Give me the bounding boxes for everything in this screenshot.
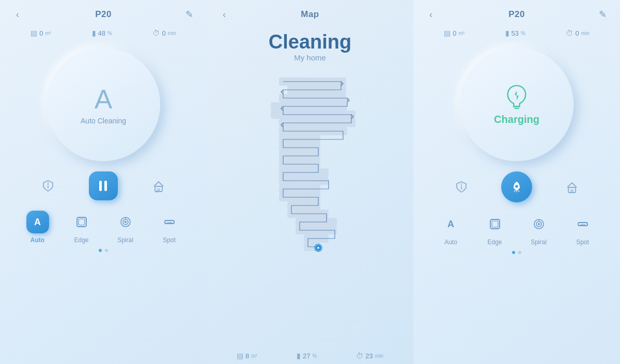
right-auto-icon-wrap: A bbox=[440, 213, 462, 235]
svg-point-36 bbox=[317, 247, 319, 249]
left-home-button[interactable] bbox=[144, 171, 173, 200]
svg-rect-45 bbox=[492, 221, 498, 227]
left-mode-row: A Auto Edge Spiral bbox=[10, 211, 196, 244]
left-time-unit: min bbox=[168, 30, 176, 36]
left-back-button[interactable]: ‹ bbox=[10, 7, 25, 22]
right-spiral-icon-wrap bbox=[528, 213, 550, 235]
right-edit-button[interactable]: ✎ bbox=[595, 7, 610, 22]
right-timer-icon: ⏱ bbox=[566, 29, 573, 37]
right-area-icon: ▤ bbox=[444, 29, 451, 37]
rocket-icon bbox=[509, 180, 524, 194]
center-bottom-stats: ▤ 8 m² ▮ 27 % ⏱ 23 min bbox=[217, 345, 403, 364]
spot-icon bbox=[163, 216, 176, 228]
right-home-button[interactable] bbox=[557, 172, 586, 201]
right-spiral-icon bbox=[533, 218, 545, 230]
right-battery-value: 53 bbox=[512, 29, 519, 37]
right-battery-stat: ▮ 53 % bbox=[505, 29, 525, 37]
right-mode-auto[interactable]: A Auto bbox=[440, 213, 462, 246]
center-time-value: 23 bbox=[365, 352, 373, 360]
center-timer-icon: ⏱ bbox=[356, 352, 363, 360]
svg-rect-11 bbox=[167, 222, 172, 224]
left-mode-auto[interactable]: A Auto bbox=[26, 211, 49, 244]
left-mode-spot[interactable]: Spot bbox=[158, 211, 181, 244]
right-shield-button[interactable] bbox=[447, 172, 476, 201]
charging-icon-wrap: Charging bbox=[494, 84, 539, 125]
right-spiral-label: Spiral bbox=[531, 239, 547, 246]
center-time-unit: min bbox=[375, 353, 383, 359]
center-status: Cleaning bbox=[269, 31, 351, 53]
right-top-nav: ‹ P20 ✎ bbox=[424, 0, 610, 26]
charging-label: Charging bbox=[494, 114, 539, 125]
right-dots bbox=[512, 251, 521, 254]
right-time-unit: min bbox=[581, 30, 590, 36]
center-back-button[interactable]: ‹ bbox=[217, 7, 231, 22]
svg-point-41 bbox=[515, 185, 518, 188]
right-back-button[interactable]: ‹ bbox=[424, 7, 438, 22]
right-mode-edge[interactable]: Edge bbox=[484, 213, 506, 246]
right-main-circle[interactable]: Charging bbox=[460, 48, 574, 161]
right-battery-icon: ▮ bbox=[505, 29, 509, 37]
right-edge-label: Edge bbox=[487, 239, 502, 246]
charging-icon bbox=[504, 83, 530, 110]
edge-icon bbox=[75, 216, 88, 228]
center-area-icon: ▤ bbox=[237, 352, 243, 360]
right-edge-icon bbox=[489, 218, 501, 230]
center-battery-stat: ▮ 27 % bbox=[297, 352, 317, 360]
shield-icon bbox=[41, 179, 55, 193]
right-rocket-button[interactable] bbox=[501, 171, 532, 202]
left-shield-button[interactable] bbox=[34, 171, 63, 200]
left-pause-button[interactable] bbox=[89, 171, 118, 200]
right-panel: ‹ P20 ✎ ▤ 0 m² ▮ 53 % ⏱ 0 min bbox=[413, 0, 620, 364]
center-location: My home bbox=[294, 53, 326, 62]
center-battery-value: 27 bbox=[303, 352, 310, 360]
return-home-icon bbox=[152, 179, 165, 193]
spot-icon-wrap bbox=[158, 211, 181, 233]
left-battery-unit: % bbox=[107, 30, 112, 36]
svg-point-48 bbox=[538, 223, 540, 225]
left-battery-stat: ▮ 48 % bbox=[92, 29, 112, 37]
left-area-unit: m² bbox=[45, 30, 51, 36]
right-action-row bbox=[424, 171, 610, 202]
right-spot-icon bbox=[577, 218, 589, 230]
left-edit-button[interactable]: ✎ bbox=[182, 7, 196, 22]
map-container bbox=[227, 67, 393, 263]
left-mode-spiral[interactable]: Spiral bbox=[114, 211, 137, 244]
spiral-icon bbox=[119, 216, 132, 228]
pause-bar-1 bbox=[99, 181, 102, 191]
auto-icon-wrap: A bbox=[26, 211, 49, 233]
left-main-circle[interactable]: A Auto Cleaning bbox=[47, 48, 160, 161]
right-dot-1 bbox=[512, 251, 515, 254]
right-stats-row: ▤ 0 m² ▮ 53 % ⏱ 0 min bbox=[424, 26, 610, 43]
right-time-stat: ⏱ 0 min bbox=[566, 29, 589, 37]
svg-point-39 bbox=[461, 185, 462, 186]
center-panel: ‹ Map Cleaning My home bbox=[207, 0, 413, 364]
left-panel: ‹ P20 ✎ ▤ 0 m² ▮ 48 % ⏱ 0 min A Auto Cle… bbox=[0, 0, 207, 364]
right-mode-spiral[interactable]: Spiral bbox=[528, 213, 550, 246]
left-time-stat: ⏱ 0 min bbox=[152, 29, 176, 37]
center-area-unit: m² bbox=[251, 353, 257, 359]
center-battery-unit: % bbox=[312, 353, 317, 359]
svg-point-8 bbox=[125, 221, 127, 223]
left-mode-edge[interactable]: Edge bbox=[70, 211, 93, 244]
edge-label: Edge bbox=[74, 236, 88, 244]
right-spot-label: Spot bbox=[576, 239, 589, 246]
svg-rect-51 bbox=[580, 224, 585, 226]
right-shield-icon bbox=[455, 180, 468, 194]
pause-icon bbox=[99, 181, 107, 191]
right-battery-unit: % bbox=[521, 30, 525, 36]
charging-symbol bbox=[504, 84, 530, 109]
right-area-value: 0 bbox=[453, 29, 456, 37]
svg-rect-5 bbox=[79, 219, 85, 225]
left-area-value: 0 bbox=[39, 29, 43, 37]
right-auto-label: Auto bbox=[444, 239, 457, 246]
center-title: Map bbox=[301, 9, 319, 20]
right-mode-spot[interactable]: Spot bbox=[571, 213, 594, 246]
left-top-nav: ‹ P20 ✎ bbox=[10, 0, 196, 26]
right-mode-row: A Auto Edge Spiral bbox=[424, 213, 610, 246]
pause-bar-2 bbox=[104, 181, 107, 191]
right-edge-icon-wrap bbox=[484, 213, 506, 235]
svg-point-0 bbox=[48, 184, 49, 185]
auto-letter: A bbox=[34, 217, 41, 228]
right-dot-2 bbox=[518, 251, 521, 254]
left-action-row bbox=[10, 171, 196, 200]
